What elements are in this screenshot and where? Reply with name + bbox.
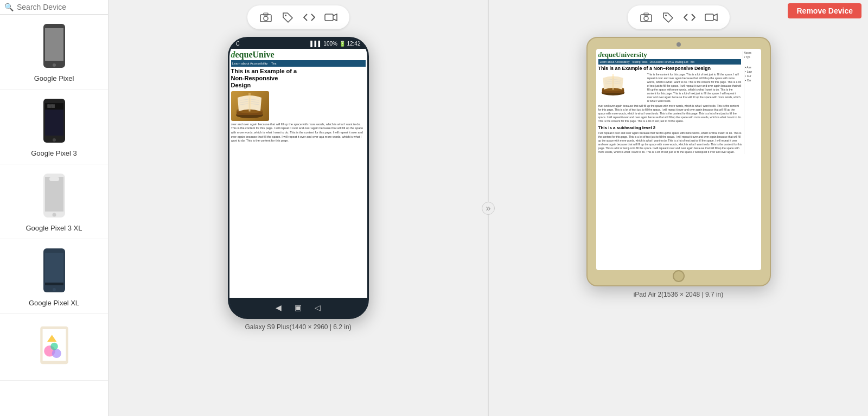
device-item-google-pixel-3-xl[interactable]: Google Pixel 3 XL xyxy=(0,164,108,239)
tablet-tag-icon[interactable] xyxy=(660,10,675,25)
tablet-code-icon[interactable] xyxy=(682,10,697,25)
phone-screen: dequeUnive Learn about Accessibility Tes… xyxy=(229,49,367,298)
tablet-video-icon[interactable] xyxy=(704,10,719,25)
ipad-screen: dequeUniversity Learn about Accessibilit… xyxy=(596,49,761,270)
svg-text:⬛⬛: ⬛⬛ xyxy=(47,104,55,108)
phone-panel: C ▌▌▌ 100% 🔋 12:42 dequeUnive Learn abou… xyxy=(108,0,488,416)
device-thumb-google-pixel-3-xl xyxy=(38,171,71,220)
svg-rect-1 xyxy=(45,28,63,61)
tablet-toolbar xyxy=(628,5,730,29)
phone-mockup: C ▌▌▌ 100% 🔋 12:42 dequeUnive Learn abou… xyxy=(228,37,369,319)
tablet-device-label: iPad Air 2(1536 × 2048 | 9.7 in) xyxy=(634,291,724,298)
svg-point-2 xyxy=(53,63,56,67)
svg-point-37 xyxy=(644,16,648,21)
phone-signal-time: ▌▌▌ 100% 🔋 12:42 xyxy=(310,41,360,47)
phone-device-name: Galaxy S9 Plus xyxy=(245,323,289,331)
ipad-home-button[interactable] xyxy=(673,270,685,282)
svg-rect-13 xyxy=(45,253,63,285)
device-thumb-colorful xyxy=(38,321,71,369)
device-item-google-pixel-3[interactable]: ⬛⬛ Google Pixel 3 xyxy=(0,89,108,164)
device-label-google-pixel-3: Google Pixel 3 xyxy=(31,149,77,157)
tablet-device-name: iPad Air 2 xyxy=(634,291,661,298)
camera-icon[interactable] xyxy=(258,10,273,25)
device-sidebar: 🔍 « Google Pixel ⬛⬛ Google Pixel 3 xyxy=(0,0,108,416)
svg-point-15 xyxy=(53,288,56,291)
back-nav-icon[interactable]: ◀ xyxy=(276,303,282,312)
search-icon: 🔍 xyxy=(4,3,14,11)
device-item-google-pixel[interactable]: Google Pixel xyxy=(0,15,108,89)
ipad-mockup: dequeUniversity Learn about Accessibilit… xyxy=(586,37,771,286)
svg-point-39 xyxy=(665,15,667,16)
phone-bottom-bar: ◀ ▣ ◁ xyxy=(229,298,367,317)
device-thumb-google-pixel xyxy=(38,21,71,70)
phone-toolbar xyxy=(247,5,349,29)
svg-point-23 xyxy=(264,16,268,21)
tablet-camera-icon[interactable] xyxy=(639,10,654,25)
device-thumb-google-pixel-xl xyxy=(38,246,71,295)
svg-point-19 xyxy=(52,348,61,357)
phone-status-bar: C ▌▌▌ 100% 🔋 12:42 xyxy=(229,39,367,49)
phone-carrier: C xyxy=(236,41,240,47)
svg-point-20 xyxy=(50,342,58,350)
device-thumb-google-pixel-3: ⬛⬛ xyxy=(38,96,71,145)
device-item-colorful[interactable] xyxy=(0,314,108,381)
svg-rect-14 xyxy=(45,283,63,285)
svg-rect-10 xyxy=(49,177,59,181)
svg-point-7 xyxy=(53,138,56,142)
device-item-google-pixel-xl[interactable]: Google Pixel XL xyxy=(0,239,108,314)
svg-point-25 xyxy=(285,15,286,16)
phone-device-label: Galaxy S9 Plus(1440 × 2960 | 6.2 in) xyxy=(245,323,351,331)
svg-rect-26 xyxy=(325,14,333,21)
code-icon[interactable] xyxy=(302,10,317,25)
device-label-google-pixel-xl: Google Pixel XL xyxy=(29,299,79,307)
video-icon[interactable] xyxy=(323,10,339,25)
main-content: C ▌▌▌ 100% 🔋 12:42 dequeUnive Learn abou… xyxy=(108,0,868,416)
device-label-google-pixel: Google Pixel xyxy=(34,74,74,82)
svg-rect-9 xyxy=(45,177,63,212)
tablet-panel: dequeUniversity Learn about Accessibilit… xyxy=(489,0,868,416)
tag-icon[interactable] xyxy=(280,10,295,25)
search-bar: 🔍 « xyxy=(0,0,108,15)
recents-nav-icon[interactable]: ◁ xyxy=(315,303,321,312)
ipad-camera xyxy=(676,42,681,47)
device-label-google-pixel-3-xl: Google Pixel 3 XL xyxy=(25,224,82,232)
home-nav-icon[interactable]: ▣ xyxy=(295,303,302,312)
svg-point-11 xyxy=(52,213,56,216)
svg-rect-40 xyxy=(705,14,713,21)
search-input[interactable] xyxy=(17,3,108,11)
tablet-device-specs: (1536 × 2048 | 9.7 in) xyxy=(661,291,723,298)
phone-device-specs: (1440 × 2960 | 6.2 in) xyxy=(289,323,351,331)
